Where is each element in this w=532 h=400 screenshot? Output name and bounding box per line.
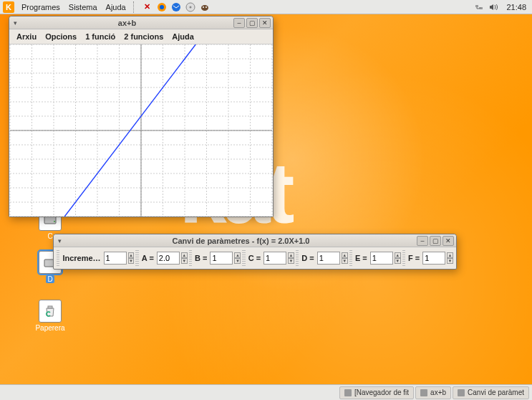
task-btn-filebrowser[interactable]: [Navegador de fit [339, 386, 414, 399]
svg-point-6 [203, 6, 204, 8]
grip-handle[interactable] [189, 250, 192, 266]
increment-spinner[interactable]: ▲▼ [128, 252, 135, 264]
param-spinner-c[interactable]: ▲▼ [288, 252, 294, 264]
svg-point-1 [160, 5, 164, 9]
plot-menubar: Arxiu Opcions 1 funció 2 funcions Ajuda [9, 29, 273, 44]
param-input-e[interactable] [370, 252, 393, 265]
grip-handle[interactable] [242, 250, 245, 266]
close-button[interactable]: ✕ [259, 18, 271, 28]
close-x-icon[interactable]: ✕ [142, 1, 153, 13]
param-input-f[interactable] [422, 252, 445, 265]
start-button[interactable]: K [3, 1, 14, 13]
grip-handle[interactable] [135, 250, 138, 266]
increment-input[interactable] [104, 252, 127, 265]
menu-1funcio[interactable]: 1 funció [81, 31, 120, 42]
maximize-button[interactable]: ▢ [430, 236, 441, 246]
param-spinner-f[interactable]: ▲▼ [447, 252, 453, 264]
panel-menu-ajuda[interactable]: Ajuda [102, 3, 130, 11]
network-icon[interactable] [473, 1, 485, 13]
panel-separator [133, 1, 137, 13]
param-label-a: A = [140, 254, 155, 262]
clock[interactable]: 21:48 [500, 3, 532, 11]
menu-arxiu[interactable]: Arxiu [12, 31, 41, 42]
menu-2funcions[interactable]: 2 funcions [120, 31, 168, 42]
volume-icon[interactable] [488, 1, 499, 13]
param-label-d: D = [300, 254, 315, 262]
param-label-b: B = [193, 254, 208, 262]
disc-icon[interactable] [185, 1, 196, 13]
plot-titlebar[interactable]: ▾ ax+b – ▢ ✕ [9, 16, 273, 29]
param-label-c: C = [247, 254, 262, 262]
svg-rect-8 [475, 5, 478, 7]
chevron-down-icon[interactable]: ▾ [9, 19, 21, 27]
desktop-icon-label: Paperera [35, 324, 64, 332]
app-icon [458, 389, 465, 396]
firefox-icon[interactable] [156, 1, 168, 13]
param-input-b[interactable] [210, 252, 233, 265]
trash-icon [39, 300, 62, 323]
param-input-d[interactable] [317, 252, 340, 265]
grip-handle[interactable] [402, 250, 405, 266]
svg-rect-10 [44, 216, 56, 224]
param-body: Increme… ▲▼ A =▲▼B =▲▼C =▲▼D =▲▼E =▲▼F =… [54, 247, 456, 269]
bottom-panel: [Navegador de fit ax+b Canvi de paràmet [0, 384, 532, 400]
top-panel: K Programes Sistema Ajuda ✕ 21:48 [0, 0, 532, 14]
desktop-icon-label: C [47, 232, 52, 240]
minimize-button[interactable]: – [417, 236, 428, 246]
svg-rect-14 [48, 306, 52, 308]
plot-canvas [9, 44, 273, 216]
desktop-icon-label: D [46, 275, 54, 283]
chevron-down-icon[interactable]: ▾ [54, 237, 65, 244]
svg-point-2 [172, 3, 180, 11]
param-spinner-b[interactable]: ▲▼ [234, 252, 241, 264]
increment-label: Increme… [61, 254, 102, 262]
param-input-c[interactable] [263, 252, 286, 265]
app-icon [420, 389, 427, 396]
grip-handle[interactable] [57, 250, 59, 266]
param-titlebar[interactable]: ▾ Canvi de paràmetres - f(x) = 2.0X+1.0 … [54, 234, 456, 247]
task-label: Canvi de paràmet [468, 389, 524, 396]
task-btn-param[interactable]: Canvi de paràmet [453, 386, 529, 399]
svg-point-11 [54, 221, 55, 222]
panel-menu-sistema[interactable]: Sistema [64, 3, 102, 11]
param-spinner-d[interactable]: ▲▼ [342, 252, 348, 264]
task-label: ax+b [430, 389, 446, 396]
app-icon [344, 389, 352, 396]
param-spinner-e[interactable]: ▲▼ [395, 252, 401, 264]
svg-rect-9 [480, 7, 483, 9]
param-input-a[interactable] [157, 252, 180, 265]
minimize-button[interactable]: – [233, 18, 245, 28]
maximize-button[interactable]: ▢ [246, 18, 258, 28]
desktop-icon-trash[interactable]: Paperera [29, 300, 72, 332]
grip-handle[interactable] [296, 250, 299, 266]
grip-handle[interactable] [349, 250, 352, 266]
param-label-e: E = [354, 254, 369, 262]
plot-area [9, 44, 273, 216]
close-button[interactable]: ✕ [442, 236, 454, 246]
param-title: Canvi de paràmetres - f(x) = 2.0X+1.0 [65, 237, 417, 245]
task-label: [Navegador de fit [354, 389, 409, 396]
panel-menu-programes[interactable]: Programes [17, 3, 64, 11]
plot-title: ax+b [21, 19, 233, 27]
param-label-f: F = [407, 254, 421, 262]
thunderbird-icon[interactable] [170, 1, 182, 13]
svg-point-7 [205, 6, 207, 8]
svg-point-4 [189, 6, 191, 8]
param-window: ▾ Canvi de paràmetres - f(x) = 2.0X+1.0 … [53, 234, 457, 270]
task-btn-axb[interactable]: ax+b [415, 386, 451, 399]
plot-window: ▾ ax+b – ▢ ✕ Arxiu Opcions 1 funció 2 fu… [9, 16, 274, 217]
param-spinner-a[interactable]: ▲▼ [181, 252, 188, 264]
menu-opcions[interactable]: Opcions [41, 31, 81, 42]
menu-ajuda[interactable]: Ajuda [168, 31, 198, 42]
gimp-icon[interactable] [199, 1, 211, 13]
svg-point-5 [201, 5, 208, 11]
